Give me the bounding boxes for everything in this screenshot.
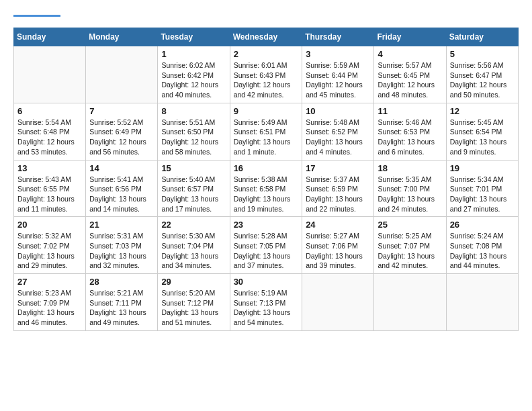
- day-content: Sunrise: 5:57 AM Sunset: 6:45 PM Dayligh…: [378, 60, 442, 100]
- day-content: Sunrise: 5:54 AM Sunset: 6:48 PM Dayligh…: [17, 118, 82, 157]
- calendar-cell: 21Sunrise: 5:31 AM Sunset: 7:03 PM Dayli…: [86, 217, 158, 274]
- calendar-cell: 20Sunrise: 5:32 AM Sunset: 7:02 PM Dayli…: [14, 217, 86, 274]
- calendar-cell: 12Sunrise: 5:45 AM Sunset: 6:54 PM Dayli…: [446, 103, 518, 160]
- calendar-cell: 8Sunrise: 5:51 AM Sunset: 6:50 PM Daylig…: [158, 103, 230, 160]
- day-number: 20: [17, 220, 82, 230]
- day-header-monday: Monday: [86, 28, 158, 46]
- day-content: Sunrise: 5:24 AM Sunset: 7:08 PM Dayligh…: [450, 231, 515, 271]
- day-header-sunday: Sunday: [14, 28, 86, 46]
- day-number: 2: [234, 49, 299, 59]
- calendar-cell: [86, 46, 158, 103]
- calendar-cell: 29Sunrise: 5:20 AM Sunset: 7:12 PM Dayli…: [158, 274, 230, 331]
- day-number: 25: [378, 220, 442, 230]
- day-content: Sunrise: 6:02 AM Sunset: 6:42 PM Dayligh…: [161, 60, 226, 100]
- day-content: Sunrise: 5:35 AM Sunset: 7:00 PM Dayligh…: [378, 175, 442, 214]
- day-content: Sunrise: 5:32 AM Sunset: 7:02 PM Dayligh…: [17, 231, 82, 271]
- day-number: 1: [161, 49, 226, 59]
- calendar-cell: [302, 274, 374, 331]
- calendar-week-3: 13Sunrise: 5:43 AM Sunset: 6:55 PM Dayli…: [14, 160, 519, 217]
- day-content: Sunrise: 5:52 AM Sunset: 6:49 PM Dayligh…: [89, 118, 154, 157]
- day-content: Sunrise: 5:23 AM Sunset: 7:09 PM Dayligh…: [17, 288, 82, 328]
- calendar-cell: 11Sunrise: 5:46 AM Sunset: 6:53 PM Dayli…: [374, 103, 446, 160]
- calendar-cell: 10Sunrise: 5:48 AM Sunset: 6:52 PM Dayli…: [302, 103, 374, 160]
- calendar-cell: [374, 274, 446, 331]
- calendar-cell: 23Sunrise: 5:28 AM Sunset: 7:05 PM Dayli…: [230, 217, 302, 274]
- calendar-cell: 3Sunrise: 5:59 AM Sunset: 6:44 PM Daylig…: [302, 46, 374, 103]
- calendar-cell: 28Sunrise: 5:21 AM Sunset: 7:11 PM Dayli…: [86, 274, 158, 331]
- calendar-cell: 14Sunrise: 5:41 AM Sunset: 6:56 PM Dayli…: [86, 160, 158, 217]
- page-header: [13, 13, 519, 17]
- calendar-cell: [446, 274, 518, 331]
- day-header-saturday: Saturday: [446, 28, 518, 46]
- day-number: 16: [234, 163, 299, 173]
- day-number: 22: [161, 220, 226, 230]
- day-number: 4: [378, 49, 442, 59]
- day-content: Sunrise: 5:59 AM Sunset: 6:44 PM Dayligh…: [306, 60, 370, 100]
- calendar-cell: 19Sunrise: 5:34 AM Sunset: 7:01 PM Dayli…: [446, 160, 518, 217]
- calendar-cell: 24Sunrise: 5:27 AM Sunset: 7:06 PM Dayli…: [302, 217, 374, 274]
- calendar-week-1: 1Sunrise: 6:02 AM Sunset: 6:42 PM Daylig…: [14, 46, 519, 103]
- day-number: 27: [17, 277, 82, 287]
- calendar-week-5: 27Sunrise: 5:23 AM Sunset: 7:09 PM Dayli…: [14, 274, 519, 331]
- calendar-cell: 2Sunrise: 6:01 AM Sunset: 6:43 PM Daylig…: [230, 46, 302, 103]
- day-content: Sunrise: 5:21 AM Sunset: 7:11 PM Dayligh…: [89, 288, 154, 328]
- day-number: 24: [306, 220, 370, 230]
- day-number: 29: [161, 277, 226, 287]
- logo: [13, 13, 60, 17]
- day-number: 15: [161, 163, 226, 173]
- day-content: Sunrise: 5:45 AM Sunset: 6:54 PM Dayligh…: [450, 118, 515, 157]
- day-number: 18: [378, 163, 442, 173]
- day-content: Sunrise: 5:46 AM Sunset: 6:53 PM Dayligh…: [378, 118, 442, 157]
- calendar-cell: 5Sunrise: 5:56 AM Sunset: 6:47 PM Daylig…: [446, 46, 518, 103]
- day-number: 11: [378, 106, 442, 116]
- calendar-cell: 22Sunrise: 5:30 AM Sunset: 7:04 PM Dayli…: [158, 217, 230, 274]
- calendar-cell: 6Sunrise: 5:54 AM Sunset: 6:48 PM Daylig…: [14, 103, 86, 160]
- day-header-tuesday: Tuesday: [158, 28, 230, 46]
- calendar-cell: 18Sunrise: 5:35 AM Sunset: 7:00 PM Dayli…: [374, 160, 446, 217]
- calendar-header-row: SundayMondayTuesdayWednesdayThursdayFrid…: [14, 28, 519, 46]
- calendar-week-4: 20Sunrise: 5:32 AM Sunset: 7:02 PM Dayli…: [14, 217, 519, 274]
- day-content: Sunrise: 5:49 AM Sunset: 6:51 PM Dayligh…: [234, 118, 299, 157]
- day-number: 28: [89, 277, 154, 287]
- day-header-friday: Friday: [374, 28, 446, 46]
- calendar-cell: 16Sunrise: 5:38 AM Sunset: 6:58 PM Dayli…: [230, 160, 302, 217]
- calendar-cell: 7Sunrise: 5:52 AM Sunset: 6:49 PM Daylig…: [86, 103, 158, 160]
- day-content: Sunrise: 6:01 AM Sunset: 6:43 PM Dayligh…: [234, 60, 299, 100]
- day-content: Sunrise: 5:37 AM Sunset: 6:59 PM Dayligh…: [306, 175, 370, 214]
- day-content: Sunrise: 5:51 AM Sunset: 6:50 PM Dayligh…: [161, 118, 226, 157]
- calendar-cell: 30Sunrise: 5:19 AM Sunset: 7:13 PM Dayli…: [230, 274, 302, 331]
- day-number: 6: [17, 106, 82, 116]
- calendar-cell: 4Sunrise: 5:57 AM Sunset: 6:45 PM Daylig…: [374, 46, 446, 103]
- day-content: Sunrise: 5:56 AM Sunset: 6:47 PM Dayligh…: [450, 60, 515, 100]
- day-number: 12: [450, 106, 515, 116]
- day-header-thursday: Thursday: [302, 28, 374, 46]
- day-content: Sunrise: 5:28 AM Sunset: 7:05 PM Dayligh…: [234, 231, 299, 271]
- day-header-wednesday: Wednesday: [230, 28, 302, 46]
- day-content: Sunrise: 5:48 AM Sunset: 6:52 PM Dayligh…: [306, 118, 370, 157]
- day-number: 21: [89, 220, 154, 230]
- day-number: 19: [450, 163, 515, 173]
- day-number: 3: [306, 49, 370, 59]
- day-content: Sunrise: 5:38 AM Sunset: 6:58 PM Dayligh…: [234, 175, 299, 214]
- day-content: Sunrise: 5:41 AM Sunset: 6:56 PM Dayligh…: [89, 175, 154, 214]
- day-number: 13: [17, 163, 82, 173]
- day-content: Sunrise: 5:19 AM Sunset: 7:13 PM Dayligh…: [234, 288, 299, 328]
- calendar-cell: 1Sunrise: 6:02 AM Sunset: 6:42 PM Daylig…: [158, 46, 230, 103]
- day-number: 8: [161, 106, 226, 116]
- day-content: Sunrise: 5:25 AM Sunset: 7:07 PM Dayligh…: [378, 231, 442, 271]
- day-content: Sunrise: 5:27 AM Sunset: 7:06 PM Dayligh…: [306, 231, 370, 271]
- day-number: 17: [306, 163, 370, 173]
- calendar-cell: 15Sunrise: 5:40 AM Sunset: 6:57 PM Dayli…: [158, 160, 230, 217]
- day-number: 30: [234, 277, 299, 287]
- calendar-cell: 17Sunrise: 5:37 AM Sunset: 6:59 PM Dayli…: [302, 160, 374, 217]
- day-content: Sunrise: 5:34 AM Sunset: 7:01 PM Dayligh…: [450, 175, 515, 214]
- day-number: 23: [234, 220, 299, 230]
- day-content: Sunrise: 5:40 AM Sunset: 6:57 PM Dayligh…: [161, 175, 226, 214]
- calendar-cell: 9Sunrise: 5:49 AM Sunset: 6:51 PM Daylig…: [230, 103, 302, 160]
- day-number: 5: [450, 49, 515, 59]
- calendar-week-2: 6Sunrise: 5:54 AM Sunset: 6:48 PM Daylig…: [14, 103, 519, 160]
- calendar-cell: 13Sunrise: 5:43 AM Sunset: 6:55 PM Dayli…: [14, 160, 86, 217]
- day-content: Sunrise: 5:20 AM Sunset: 7:12 PM Dayligh…: [161, 288, 226, 328]
- day-content: Sunrise: 5:30 AM Sunset: 7:04 PM Dayligh…: [161, 231, 226, 271]
- calendar-cell: 25Sunrise: 5:25 AM Sunset: 7:07 PM Dayli…: [374, 217, 446, 274]
